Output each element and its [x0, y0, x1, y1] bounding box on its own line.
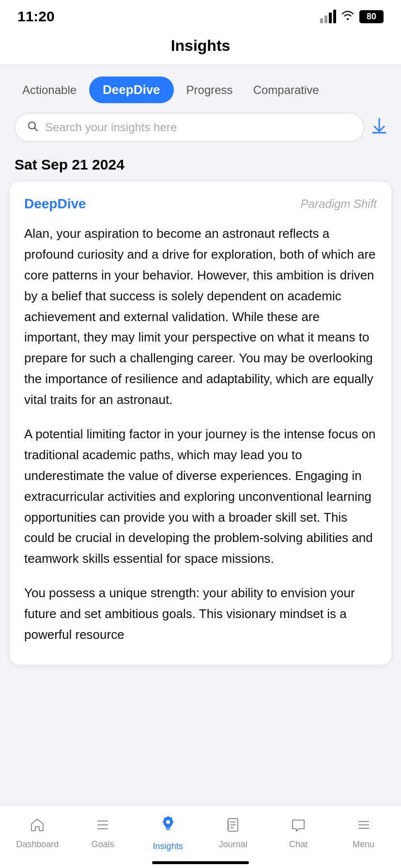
card-paragraph-2: A potential limiting factor in your jour… — [24, 424, 377, 569]
app-header: Insights — [0, 29, 401, 65]
search-icon — [27, 120, 38, 135]
nav-label-chat: Chat — [289, 839, 308, 850]
goals-icon — [95, 817, 110, 837]
journal-icon — [225, 817, 241, 837]
tab-progress[interactable]: Progress — [179, 78, 241, 102]
home-icon — [30, 817, 45, 837]
nav-item-journal[interactable]: Journal — [209, 817, 257, 850]
card-type-label: DeepDive — [24, 196, 86, 212]
signal-icon — [320, 10, 336, 23]
tab-actionable[interactable]: Actionable — [15, 78, 84, 102]
nav-label-journal: Journal — [219, 839, 247, 850]
nav-item-goals[interactable]: Goals — [78, 817, 127, 850]
chat-icon — [291, 817, 306, 837]
date-label: Sat Sep 21 2024 — [0, 152, 401, 182]
menu-icon — [356, 817, 371, 837]
battery-icon: 80 — [359, 10, 384, 23]
svg-line-1 — [35, 128, 38, 131]
tab-deepdive[interactable]: DeepDive — [89, 77, 174, 103]
card-header: DeepDive Paradigm Shift — [24, 196, 377, 212]
card-subtitle-label: Paradigm Shift — [301, 197, 377, 211]
search-container: Search your insights here — [0, 113, 401, 152]
tabs-container: Actionable DeepDive Progress Comparative — [0, 65, 401, 113]
svg-point-7 — [166, 820, 170, 824]
nav-item-insights[interactable]: Insights — [144, 815, 192, 852]
wifi-icon — [341, 10, 355, 23]
card-paragraph-1: Alan, your aspiration to become an astro… — [24, 223, 377, 410]
main-content: Actionable DeepDive Progress Comparative… — [0, 65, 401, 797]
search-bar[interactable]: Search your insights here — [15, 113, 364, 142]
nav-label-dashboard: Dashboard — [16, 839, 59, 850]
nav-item-chat[interactable]: Chat — [274, 817, 323, 850]
insight-card: DeepDive Paradigm Shift Alan, your aspir… — [10, 182, 391, 665]
nav-label-menu: Menu — [353, 839, 374, 850]
insights-icon — [160, 815, 176, 838]
status-icons: 80 — [320, 10, 384, 23]
page-title: Insights — [171, 37, 231, 54]
card-body: Alan, your aspiration to become an astro… — [24, 223, 377, 645]
status-time: 11:20 — [17, 8, 55, 25]
nav-item-menu[interactable]: Menu — [339, 817, 388, 850]
tab-comparative[interactable]: Comparative — [246, 78, 327, 102]
card-paragraph-3: You possess a unique strength: your abil… — [24, 583, 377, 645]
search-placeholder-text: Search your insights here — [45, 121, 177, 134]
home-indicator — [152, 861, 249, 864]
bottom-nav: Dashboard Goals Insights — [0, 805, 401, 868]
nav-label-goals: Goals — [91, 839, 114, 850]
nav-label-insights: Insights — [153, 841, 183, 852]
download-icon[interactable] — [372, 117, 386, 138]
status-bar: 11:20 80 — [0, 0, 401, 29]
nav-item-dashboard[interactable]: Dashboard — [13, 817, 62, 850]
